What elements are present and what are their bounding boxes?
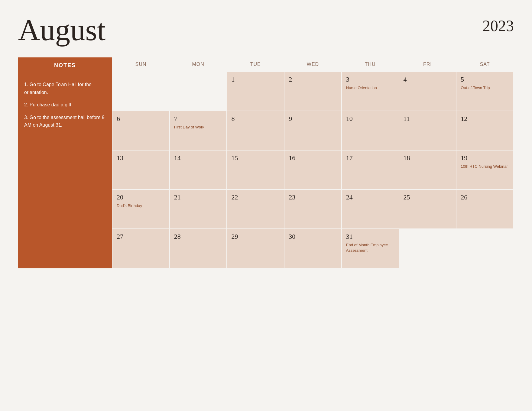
day-header-tue: TUE — [227, 57, 284, 72]
calendar-cell-4-6: 25 — [399, 190, 457, 229]
cell-day-number: 15 — [231, 154, 280, 162]
cell-day-number: 12 — [461, 115, 509, 123]
page-header: August 2023 — [18, 15, 514, 45]
cell-day-number: 1 — [231, 76, 280, 83]
calendar-cell-1-6: 4 — [399, 72, 457, 111]
calendar-cell-1-7: 5Out-of-Town Trip — [456, 72, 514, 111]
calendar-cell-2-6: 11 — [399, 111, 457, 150]
calendar-row-3: 1314151617181910th RTC Nursing Webinar — [112, 150, 514, 190]
cell-day-number: 16 — [289, 154, 337, 162]
cell-day-number: 19 — [461, 154, 509, 162]
calendar-cell-5-1: 27 — [112, 229, 170, 268]
calendar-cell-4-5: 24 — [342, 190, 399, 229]
calendar-row-1: 123Nurse Orientation45Out-of-Town Trip — [112, 72, 514, 111]
cell-day-number: 22 — [231, 193, 280, 201]
day-headers: SUN MON TUE WED THU FRI SAT — [112, 57, 514, 72]
calendar-cell-3-5: 17 — [342, 150, 399, 190]
calendar-cell-1-1 — [112, 72, 170, 111]
calendar-cell-4-4: 23 — [284, 190, 342, 229]
day-header-sat: SAT — [456, 57, 514, 72]
calendar-row-2: 67First Day of Work89101112 — [112, 111, 514, 150]
calendar-cell-2-5: 10 — [342, 111, 399, 150]
notes-body: 1. Go to Cape Town Hall for the orientat… — [18, 73, 112, 268]
calendar-cell-3-6: 18 — [399, 150, 457, 190]
calendar-cell-3-3: 15 — [227, 150, 284, 190]
cell-day-number: 29 — [231, 233, 280, 241]
calendar-cell-4-2: 21 — [170, 190, 227, 229]
cell-day-number: 20 — [117, 193, 165, 201]
calendar-cell-1-3: 1 — [227, 72, 284, 111]
note-item-2: 2. Purchase dad a gift. — [24, 101, 106, 109]
calendar-cell-3-7: 1910th RTC Nursing Webinar — [456, 150, 514, 190]
calendar-cell-3-1: 13 — [112, 150, 170, 190]
notes-section: NOTES 1. Go to Cape Town Hall for the or… — [18, 57, 112, 268]
cell-day-number: 3 — [346, 76, 394, 83]
calendar-cell-5-3: 29 — [227, 229, 284, 268]
cell-event-label: Out-of-Town Trip — [461, 85, 509, 91]
cell-day-number: 11 — [404, 115, 452, 123]
cell-event-label: First Day of Work — [174, 125, 222, 130]
calendar-cell-5-4: 30 — [284, 229, 342, 268]
cell-day-number: 18 — [404, 154, 452, 162]
note-item-1: 1. Go to Cape Town Hall for the orientat… — [24, 81, 106, 96]
cell-day-number: 28 — [174, 233, 222, 241]
notes-header: NOTES — [18, 57, 112, 73]
calendar-cell-5-5: 31End of Month Employee Assessment — [342, 229, 399, 268]
cell-day-number: 30 — [289, 233, 337, 241]
note-item-3: 3. Go to the assessment hall before 9 AM… — [24, 114, 106, 129]
cell-day-number: 8 — [231, 115, 280, 123]
cell-day-number: 31 — [346, 233, 394, 241]
cell-day-number: 24 — [346, 193, 394, 201]
calendar-cell-1-4: 2 — [284, 72, 342, 111]
year-title: 2023 — [482, 15, 514, 34]
day-header-thu: THU — [342, 57, 399, 72]
calendar-cell-5-2: 28 — [170, 229, 227, 268]
calendar-cell-2-1: 6 — [112, 111, 170, 150]
calendar-cell-3-2: 14 — [170, 150, 227, 190]
calendar-cell-2-3: 8 — [227, 111, 284, 150]
cell-day-number: 13 — [117, 154, 165, 162]
day-header-wed: WED — [284, 57, 342, 72]
day-header-sun: SUN — [112, 57, 170, 72]
cell-day-number: 7 — [174, 115, 222, 123]
cell-day-number: 23 — [289, 193, 337, 201]
cell-event-label: Nurse Orientation — [346, 85, 394, 91]
calendar-rows: 123Nurse Orientation45Out-of-Town Trip67… — [112, 72, 514, 268]
calendar-cell-3-4: 16 — [284, 150, 342, 190]
cell-event-label: End of Month Employee Assessment — [346, 242, 394, 253]
calendar-grid: SUN MON TUE WED THU FRI SAT 123Nurse Ori… — [112, 57, 514, 268]
cell-day-number: 27 — [117, 233, 165, 241]
month-title: August — [18, 15, 105, 45]
calendar-cell-4-7: 26 — [456, 190, 514, 229]
calendar-cell-2-7: 12 — [456, 111, 514, 150]
calendar-cell-2-4: 9 — [284, 111, 342, 150]
day-header-mon: MON — [170, 57, 227, 72]
cell-day-number: 9 — [289, 115, 337, 123]
cell-day-number: 17 — [346, 154, 394, 162]
cell-day-number: 6 — [117, 115, 165, 123]
cell-day-number: 4 — [404, 76, 452, 83]
calendar-cell-4-1: 20Dad's Birthday — [112, 190, 170, 229]
calendar-row-5: 2728293031End of Month Employee Assessme… — [112, 229, 514, 268]
calendar-cell-5-6 — [399, 229, 457, 268]
calendar-wrapper: NOTES 1. Go to Cape Town Hall for the or… — [18, 57, 514, 268]
calendar-cell-1-5: 3Nurse Orientation — [342, 72, 399, 111]
cell-day-number: 10 — [346, 115, 394, 123]
cell-day-number: 26 — [461, 193, 509, 201]
cell-day-number: 14 — [174, 154, 222, 162]
cell-day-number: 21 — [174, 193, 222, 201]
day-header-fri: FRI — [399, 57, 457, 72]
calendar-cell-1-2 — [170, 72, 227, 111]
calendar-cell-5-7 — [456, 229, 514, 268]
cell-day-number: 5 — [461, 76, 509, 83]
cell-day-number: 2 — [289, 76, 337, 83]
calendar-row-4: 20Dad's Birthday212223242526 — [112, 190, 514, 229]
cell-day-number: 25 — [404, 193, 452, 201]
calendar-cell-4-3: 22 — [227, 190, 284, 229]
calendar-cell-2-2: 7First Day of Work — [170, 111, 227, 150]
cell-event-label: Dad's Birthday — [117, 203, 165, 209]
cell-event-label: 10th RTC Nursing Webinar — [461, 164, 509, 169]
